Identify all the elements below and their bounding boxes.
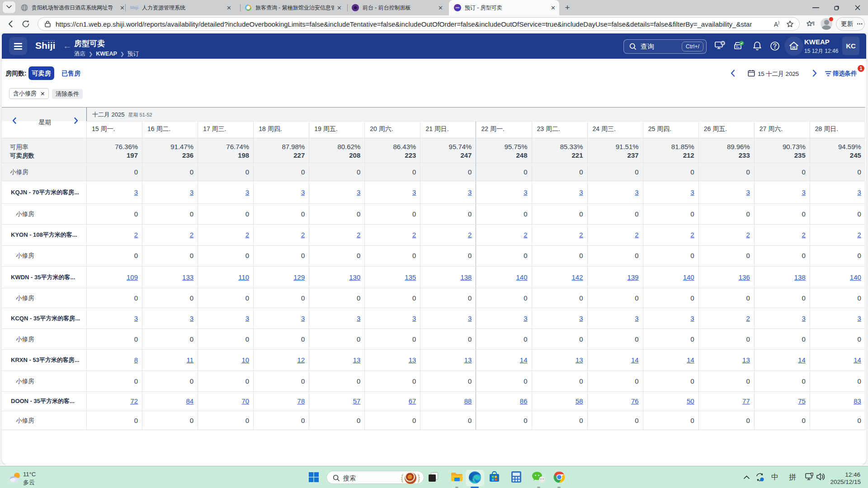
svg-text:H: H	[793, 45, 796, 50]
